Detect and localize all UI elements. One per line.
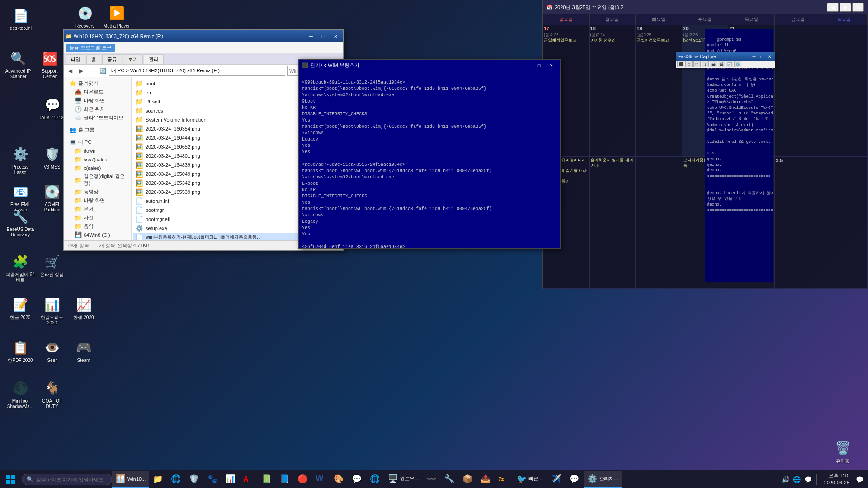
sidebar-item-recent[interactable]: 🕐최근 위치 (67, 105, 127, 113)
cal-cell-w2-mon[interactable]: 솔라치운테 열기를 패라이타 (590, 157, 636, 289)
taskbar-item-excel[interactable]: 📊 (222, 471, 240, 488)
desktop-icon-shadow-maker[interactable]: 🌑 MiniTool ShadowMa... (4, 377, 37, 411)
desktop-icon-support-center[interactable]: 🆘 Support Center (33, 47, 66, 81)
cal-cell-18[interactable]: 18 (음)2.24 이예한 전수리 (590, 25, 636, 157)
taskbar-search[interactable]: 🔍 (22, 474, 112, 485)
taskbar-item-hanpdf[interactable]: 📘 (276, 471, 294, 488)
tray-network-icon[interactable]: 🌐 (792, 475, 802, 484)
taskbar-item-a[interactable]: A (240, 471, 258, 488)
desktop-icon-advanced-scanner[interactable]: 🔍 Advanced IP Scanner (2, 47, 34, 81)
desktop-icon-online-shop[interactable]: 🛒 온라인 상점 (36, 251, 68, 279)
taskbar-item-chat[interactable]: 💬 (566, 471, 584, 488)
taskbar-item-explorer[interactable]: 📁 (149, 471, 167, 488)
desktop-icon-easeus[interactable]: 🔧 EaseUS Data Recovery (4, 206, 37, 239)
desktop-icon-desktop-ini[interactable]: 📄 desktop.ini (5, 5, 37, 33)
taskbar-item-paint[interactable]: 🎨 (330, 471, 348, 488)
explorer-minimize-button[interactable]: ─ (305, 32, 317, 41)
sidebar-item-docs[interactable]: 📁문서 (67, 205, 127, 213)
nav-forward-button[interactable]: ▶ (76, 66, 85, 75)
taskbar-search-input[interactable] (36, 477, 107, 482)
start-button[interactable] (0, 470, 22, 488)
sidebar-item-sss7[interactable]: 📁sss7(sales) (67, 155, 127, 164)
calendar-close-button[interactable]: ✕ (852, 3, 864, 12)
fs-close-button[interactable]: ✕ (766, 53, 773, 60)
cal-cell-w2-fri[interactable]: 3.5 (775, 157, 821, 289)
taskbar-item-window[interactable]: 🖥️ 윈도우... (384, 471, 422, 488)
explorer-close-button[interactable]: ✕ (330, 32, 341, 41)
explorer-maximize-button[interactable]: □ (317, 32, 329, 41)
sidebar-item-kimeunji[interactable]: 📁김은정(digital-김은정) (67, 172, 127, 188)
cmd-maximize-button[interactable]: □ (533, 61, 545, 70)
fs-settings-button[interactable]: ⚙️ (734, 61, 741, 67)
taskbar-item-talk[interactable]: 💬 (348, 471, 366, 488)
desktop-icon-hanoffice2020[interactable]: 📊 한컴오피스 2020 (36, 294, 68, 328)
taskbar-item-upload[interactable]: 📤 (477, 471, 495, 488)
cmd-close-button[interactable]: ✕ (545, 61, 557, 70)
sidebar-item-music[interactable]: 📁음악 (67, 222, 127, 230)
desktop-icon-seer[interactable]: 👁️ Seer (36, 337, 68, 365)
taskbar-clock[interactable]: 오후 1:15 2020-03-25 (821, 472, 853, 486)
address-input[interactable] (109, 66, 285, 76)
taskbar-item-admin[interactable]: ⚙️ 관리자... (584, 471, 622, 488)
nav-refresh-button[interactable]: 🔄 (98, 66, 107, 75)
sidebar-item-down[interactable]: 📁down (67, 146, 127, 155)
taskbar-item-box[interactable]: 📦 (459, 471, 477, 488)
sidebar-item-video[interactable]: 📁동영상 (67, 188, 127, 196)
taskbar-item-powerpoint[interactable]: 🔴 (294, 471, 312, 488)
desktop-icon-hanpdf2020[interactable]: 📋 한PDF 2020 (4, 337, 37, 365)
fs-region-button[interactable]: ⬚ (693, 61, 701, 67)
ribbon-tab-file[interactable]: 파일 (66, 54, 85, 64)
nav-up-button[interactable]: ↑ (87, 66, 96, 75)
fs-cam-button[interactable]: 📷 (710, 61, 717, 67)
cal-cell-w2-tue[interactable] (636, 157, 682, 289)
taskbar-item-hanword[interactable]: 📗 (258, 471, 276, 488)
desktop-icon-hanword2020[interactable]: 📈 한셀 2020 (67, 294, 100, 322)
sidebar-item-cloud[interactable]: ☁️클라우드드라이브 (67, 113, 127, 122)
fs-minimize-button[interactable]: ─ (750, 53, 758, 60)
ribbon-tab-home[interactable]: 홈 (86, 54, 101, 64)
sidebar-item-desktop2[interactable]: 📁바탕 화면 (67, 196, 127, 205)
calendar-nav[interactable]: ◀ ▶ ✕ (827, 3, 864, 12)
desktop-icon-process-lasso[interactable]: ⚙️ Process Lasso (4, 143, 37, 177)
taskbar-item-browser[interactable]: 🌐 (167, 471, 185, 488)
sidebar-item-64win8[interactable]: 💾64Win8 (C:) (67, 230, 127, 239)
taskbar-item-word[interactable]: W (312, 471, 330, 488)
taskbar-item-telegram[interactable]: ✈️ (547, 471, 566, 488)
desktop-icon-hancom2020[interactable]: 📝 한글 2020 (4, 294, 37, 322)
cmd-window-controls[interactable]: ─ □ ✕ (521, 61, 557, 70)
cal-cell-w2-sat[interactable] (821, 157, 868, 289)
taskbar-item-chrome[interactable]: 🌐 (366, 471, 384, 488)
sidebar-item-mypc[interactable]: 💻내 PC (67, 138, 127, 146)
sidebar-item-homegroup[interactable]: 👥홈 그룹 (67, 126, 127, 134)
ribbon-tab-view[interactable]: 보기 (123, 54, 143, 64)
cmd-minimize-button[interactable]: ─ (521, 61, 533, 70)
desktop-icon-recovery[interactable]: 💿 Recovery (69, 2, 101, 31)
fs-fullscreen-button[interactable]: ⬛ (677, 61, 684, 67)
sidebar-item-xsales[interactable]: 📁x(sales) (67, 164, 127, 172)
tray-sound-icon[interactable]: 🔊 (781, 475, 790, 484)
fs-refresh-button[interactable]: 🔄 (726, 61, 733, 67)
taskbar-item-7zip[interactable]: 7z (495, 471, 513, 488)
ribbon-tab-share[interactable]: 공유 (102, 54, 122, 64)
taskbar-item-bird[interactable]: 🐦 빠른 ... (513, 471, 547, 488)
fs-window-button[interactable]: □ (685, 61, 693, 67)
desktop-icon-steam[interactable]: 🎮 Steam (67, 337, 100, 365)
fs-scroll-button[interactable]: ↕ (702, 61, 709, 67)
fs-video-button[interactable]: 🎬 (718, 61, 725, 67)
cal-cell-19[interactable]: 19 (음)2.25 금일예정업무보고 (636, 25, 682, 157)
cal-prev-button[interactable]: ◀ (827, 3, 839, 12)
cal-cell-empty1[interactable] (775, 25, 821, 157)
taskbar-item-wave[interactable]: 〰️ (423, 471, 441, 488)
cal-cell-empty2[interactable] (821, 25, 868, 157)
sidebar-item-favorites[interactable]: ⭐즐겨찾기 (67, 79, 127, 88)
taskbar-item-tool[interactable]: 🔧 (441, 471, 459, 488)
taskbar-item-v3[interactable]: 🛡️ (185, 471, 203, 488)
explorer-window-controls[interactable]: ─ □ ✕ (305, 32, 341, 41)
desktop-icon-goat-of-duty[interactable]: 🐐 GOAT OF DUTY (36, 377, 68, 411)
nav-back-button[interactable]: ◀ (66, 66, 75, 75)
tray-notification-icon[interactable]: 💬 (803, 475, 813, 484)
ribbon-tab-manage[interactable]: 관리 (144, 54, 164, 64)
tray-action-center-icon[interactable]: 💬 (855, 475, 864, 484)
sidebar-item-desktop[interactable]: 🖥️바탕 화면 (67, 96, 127, 105)
desktop-icon-puzzle[interactable]: 🧩 퍼즐게임이 64비트 (4, 251, 37, 285)
